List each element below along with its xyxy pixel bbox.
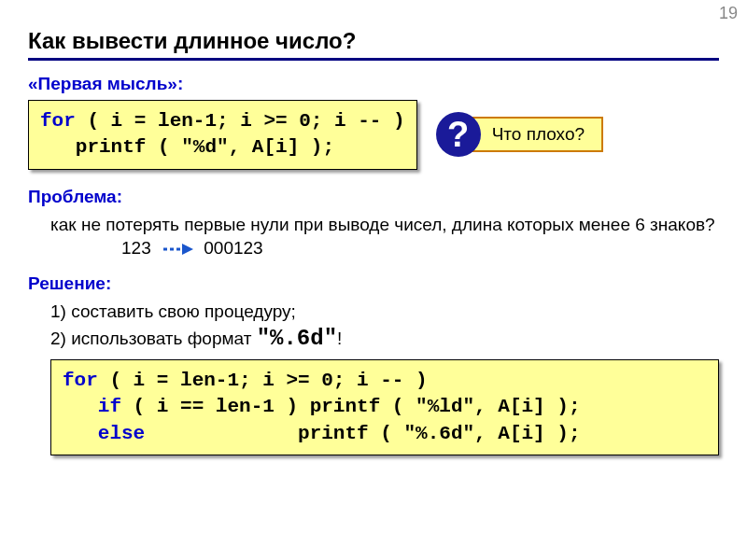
- solution-item-2-text: 2) использовать формат: [50, 329, 257, 348]
- code-block-1: for ( i = len-1; i >= 0; i -- ) printf (…: [28, 100, 417, 170]
- solution-item-1: 1) составить свою процедуру;: [28, 300, 719, 324]
- page-number: 19: [719, 4, 738, 23]
- arrow-icon: [162, 243, 193, 256]
- heading-problem: Проблема:: [28, 187, 719, 207]
- callout: ? Что плохо?: [436, 112, 603, 157]
- problem-example: 123 000123: [28, 236, 719, 260]
- svg-marker-1: [182, 244, 193, 255]
- problem-text: как не потерять первые нули при выводе ч…: [28, 213, 719, 237]
- solution-block: Решение: 1) составить свою процедуру; 2)…: [28, 273, 719, 455]
- keyword-for: for: [40, 110, 76, 132]
- solution-item-2-tail: !: [337, 329, 342, 348]
- string-literal: "%d": [181, 136, 228, 158]
- code-text: , A[i] );: [229, 136, 334, 158]
- slide-content: Как вывести длинное число? «Первая мысль…: [0, 0, 747, 455]
- code-block-2: for ( i = len-1; i >= 0; i -- ) if ( i =…: [50, 359, 719, 455]
- code-block-2-wrap: for ( i = len-1; i >= 0; i -- ) if ( i =…: [50, 359, 719, 455]
- problem-block: Проблема: как не потерять первые нули пр…: [28, 187, 719, 260]
- example-before: 123: [121, 238, 151, 258]
- heading-first-thought: «Первая мысль»:: [28, 74, 719, 94]
- format-string: "%.6d": [257, 326, 337, 351]
- title-underline: [28, 58, 719, 61]
- slide-title: Как вывести длинное число?: [28, 28, 719, 54]
- example-after: 000123: [204, 238, 262, 258]
- keyword-else: else: [63, 423, 145, 444]
- question-mark-icon: ?: [436, 112, 481, 157]
- code-text: printf (: [145, 423, 403, 444]
- code-text: printf (: [40, 136, 181, 158]
- string-literal: "%.6d": [403, 423, 474, 444]
- string-literal: "%ld": [416, 396, 474, 417]
- code-text: , A[i] );: [474, 396, 580, 417]
- code-text: , A[i] );: [474, 423, 580, 444]
- keyword-if: if: [63, 396, 121, 417]
- code-text: ( i = len-1; i >= 0; i -- ): [76, 110, 405, 132]
- heading-solution: Решение:: [28, 273, 719, 294]
- solution-item-2: 2) использовать формат "%.6d"!: [28, 324, 719, 354]
- code-text: ( i = len-1; i >= 0; i -- ): [98, 370, 428, 391]
- code-text: ( i == len-1 ) printf (: [121, 396, 416, 417]
- keyword-for: for: [63, 370, 98, 391]
- first-thought-row: for ( i = len-1; i >= 0; i -- ) printf (…: [28, 100, 719, 170]
